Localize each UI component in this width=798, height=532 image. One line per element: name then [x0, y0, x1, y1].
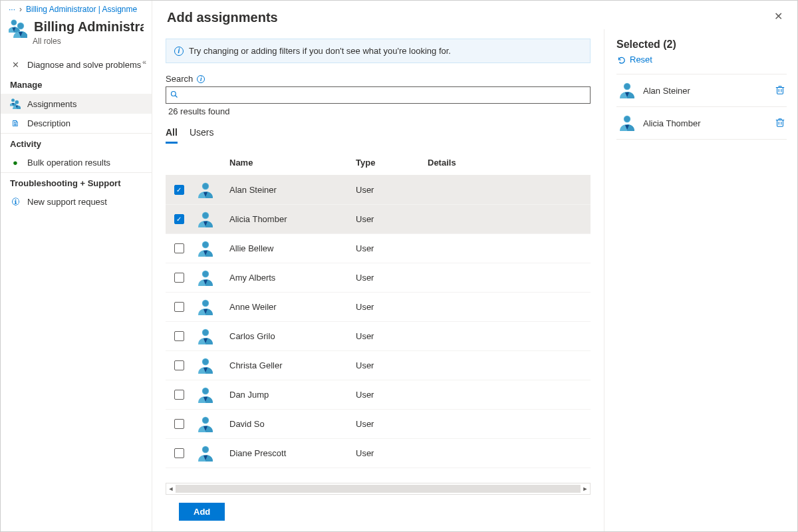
nav-description[interactable]: 🗎 Description: [1, 114, 152, 133]
table-row[interactable]: Christa GellerUser: [166, 351, 591, 380]
remove-selected-button[interactable]: [775, 116, 785, 130]
chevron-right-icon: ›: [19, 5, 22, 14]
search-input[interactable]: [182, 90, 590, 100]
collapse-nav-icon[interactable]: «: [142, 58, 146, 66]
trash-icon: [775, 84, 785, 96]
user-avatar-icon: [196, 210, 225, 229]
page-title: Billing Administrato: [34, 19, 144, 35]
info-icon[interactable]: i: [197, 75, 205, 83]
trash-icon: [775, 116, 785, 128]
row-type: User: [356, 302, 428, 312]
panel-title: Add assignments: [167, 10, 278, 25]
table-row[interactable]: Diane PrescottUser: [166, 439, 591, 468]
scroll-left-arrow[interactable]: ◄: [166, 485, 176, 492]
table-row[interactable]: Dan JumpUser: [166, 380, 591, 410]
undo-icon: [616, 55, 626, 65]
row-type: User: [356, 214, 428, 224]
results-count: 26 results found: [166, 106, 591, 116]
row-checkbox[interactable]: [174, 390, 184, 400]
row-checkbox[interactable]: [174, 243, 184, 253]
reset-button[interactable]: Reset: [616, 55, 787, 65]
row-name: David So: [229, 419, 356, 429]
row-checkbox[interactable]: [174, 360, 184, 370]
nav-label: Bulk operation results: [27, 158, 110, 168]
user-avatar-icon: [196, 386, 225, 404]
row-name: Carlos Grilo: [229, 331, 356, 341]
nav-label: Description: [27, 118, 70, 128]
user-avatar-icon: [618, 81, 636, 100]
table-row[interactable]: David SoUser: [166, 410, 591, 439]
row-type: User: [356, 360, 428, 370]
selected-name: Alan Steiner: [643, 86, 768, 96]
user-avatar-icon: [196, 415, 225, 434]
col-type: Type: [356, 158, 428, 168]
row-checkbox[interactable]: [174, 419, 184, 429]
nav-heading-activity: Activity: [1, 133, 152, 153]
user-avatar-icon: [196, 298, 225, 317]
selected-item: Alicia Thomber: [616, 107, 787, 140]
nav-diagnose[interactable]: ✕ Diagnose and solve problems: [1, 55, 152, 74]
breadcrumb-link[interactable]: Billing Administrator | Assignme: [26, 5, 137, 14]
col-name: Name: [229, 158, 356, 168]
remove-selected-button[interactable]: [775, 84, 785, 98]
nav-bulk-results[interactable]: ● Bulk operation results: [1, 153, 152, 172]
table-row[interactable]: ✓Alicia ThomberUser: [166, 205, 591, 234]
table-row[interactable]: ✓Alan SteinerUser: [166, 176, 591, 205]
page-subtitle: All roles: [1, 37, 152, 51]
svg-point-3: [172, 91, 176, 96]
table-row[interactable]: Anne WeilerUser: [166, 293, 591, 322]
nav-new-support[interactable]: 🛈 New support request: [1, 192, 152, 211]
row-name: Amy Alberts: [229, 273, 356, 283]
user-avatar-icon: [196, 327, 225, 346]
search-label: Search: [166, 74, 193, 84]
user-avatar-icon: [196, 269, 225, 287]
search-icon: [166, 90, 182, 100]
row-name: Anne Weiler: [229, 302, 356, 312]
row-type: User: [356, 419, 428, 429]
row-checkbox[interactable]: [174, 448, 184, 458]
support-icon: 🛈: [10, 197, 21, 207]
wrench-icon: ✕: [10, 60, 21, 70]
table-row[interactable]: Allie BellewUser: [166, 234, 591, 263]
row-type: User: [356, 448, 428, 458]
selected-item: Alan Steiner: [616, 74, 787, 107]
svg-line-4: [176, 95, 178, 97]
horizontal-scrollbar[interactable]: ◄ ►: [166, 483, 591, 495]
close-button[interactable]: ✕: [774, 10, 783, 23]
table-row[interactable]: Carlos GriloUser: [166, 322, 591, 351]
row-name: Dan Jump: [229, 390, 356, 400]
nav-assignments[interactable]: Assignments: [1, 94, 152, 114]
col-details: Details: [428, 158, 591, 168]
info-banner: i Try changing or adding filters if you …: [166, 39, 591, 63]
search-box[interactable]: [166, 86, 591, 104]
user-avatar-icon: [618, 114, 636, 132]
selected-name: Alicia Thomber: [643, 118, 768, 128]
tab-users[interactable]: Users: [190, 124, 214, 144]
row-checkbox[interactable]: [174, 331, 184, 341]
row-type: User: [356, 243, 428, 253]
table-header: Name Type Details: [166, 150, 591, 176]
selected-title: Selected (2): [616, 39, 787, 51]
row-name: Diane Prescott: [229, 448, 356, 458]
table-row[interactable]: Amy AlbertsUser: [166, 263, 591, 293]
nav-label: Diagnose and solve problems: [27, 60, 141, 70]
row-type: User: [356, 390, 428, 400]
row-name: Alan Steiner: [229, 185, 356, 195]
row-name: Christa Geller: [229, 360, 356, 370]
people-icon: [10, 98, 21, 109]
tab-all[interactable]: All: [166, 124, 178, 144]
scroll-right-arrow[interactable]: ►: [581, 485, 590, 492]
row-name: Alicia Thomber: [229, 214, 356, 224]
user-avatar-icon: [196, 239, 225, 258]
row-checkbox[interactable]: ✓: [174, 185, 184, 195]
reset-label: Reset: [630, 55, 652, 65]
breadcrumb-overflow[interactable]: ···: [9, 5, 15, 14]
row-checkbox[interactable]: ✓: [174, 214, 184, 224]
role-group-icon: [9, 19, 27, 38]
add-button[interactable]: Add: [179, 503, 225, 521]
info-icon: i: [174, 47, 184, 56]
row-checkbox[interactable]: [174, 302, 184, 312]
row-checkbox[interactable]: [174, 273, 184, 283]
info-text: Try changing or adding filters if you do…: [189, 46, 451, 56]
row-type: User: [356, 185, 428, 195]
